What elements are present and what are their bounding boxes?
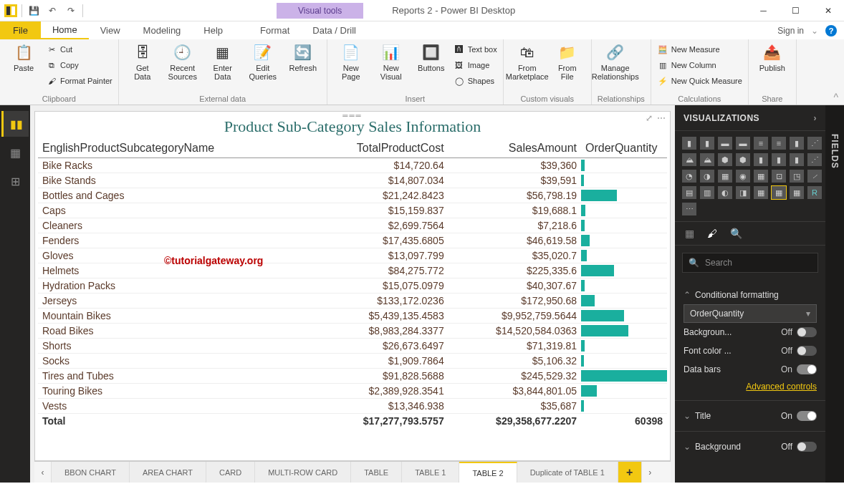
- table-row[interactable]: Tires and Tubes$91,828.5688$245,529.32: [38, 369, 667, 384]
- col-header[interactable]: SalesAmount: [449, 139, 581, 158]
- viz-type-icon[interactable]: ⟋: [807, 170, 822, 183]
- new-quick-measure-button[interactable]: ⚡New Quick Measure: [657, 74, 742, 88]
- page-tab[interactable]: TABLE: [351, 462, 402, 483]
- help-icon[interactable]: ?: [825, 25, 837, 37]
- toggle[interactable]: [797, 346, 817, 356]
- col-header[interactable]: EnglishProductSubcategoryName: [38, 139, 306, 158]
- manage-relationships-button[interactable]: 🔗Manage Relationships: [598, 42, 633, 81]
- file-menu[interactable]: File: [0, 21, 41, 39]
- maximize-button[interactable]: ☐: [780, 0, 812, 21]
- shapes-button[interactable]: ◯Shapes: [454, 74, 497, 88]
- from-marketplace-button[interactable]: 🛍From Marketplace: [509, 42, 545, 81]
- viz-type-icon[interactable]: ≡: [754, 137, 768, 150]
- redo-icon[interactable]: ↷: [64, 4, 78, 18]
- recent-sources-button[interactable]: 🕘Recent Sources: [165, 42, 201, 81]
- tabs-prev-icon[interactable]: ‹: [34, 462, 52, 483]
- tab-modeling[interactable]: Modeling: [132, 21, 193, 39]
- viz-type-icon[interactable]: ⬢: [736, 153, 750, 166]
- page-tab[interactable]: MULTI-ROW CARD: [255, 462, 351, 483]
- undo-icon[interactable]: ↶: [45, 4, 59, 18]
- viz-type-icon[interactable]: R: [807, 186, 822, 199]
- viz-type-icon[interactable]: ▦: [790, 186, 804, 199]
- copy-button[interactable]: ⧉Copy: [46, 58, 112, 72]
- viz-type-icon[interactable]: ▦: [718, 170, 732, 183]
- viz-type-icon[interactable]: ⛰: [700, 153, 714, 166]
- viz-type-icon[interactable]: ◐: [718, 186, 732, 199]
- tabs-next-icon[interactable]: ›: [641, 462, 658, 483]
- more-icon[interactable]: ⋯: [657, 113, 666, 123]
- viz-header[interactable]: VISUALIZATIONS›: [675, 105, 825, 131]
- close-button[interactable]: ✕: [812, 0, 844, 21]
- viz-type-icon[interactable]: ▥: [700, 186, 714, 199]
- toggle[interactable]: [797, 327, 817, 337]
- viz-type-icon[interactable]: ▮: [754, 153, 768, 166]
- nav-report-icon[interactable]: ▮▮: [1, 111, 29, 137]
- new-column-button[interactable]: ▥New Column: [657, 58, 742, 72]
- viz-type-icon[interactable]: ⊡: [772, 170, 786, 183]
- field-dropdown[interactable]: OrderQuantity▾: [684, 304, 817, 323]
- background-toggle[interactable]: [797, 442, 817, 452]
- table-row[interactable]: Mountain Bikes$5,439,135.4583$9,952,759.…: [38, 309, 667, 324]
- toggle[interactable]: [797, 364, 817, 374]
- viz-type-icon[interactable]: ▬: [718, 137, 732, 150]
- table-row[interactable]: Gloves$13,097.799$35,020.7: [38, 248, 667, 263]
- advanced-controls-link[interactable]: Advanced controls: [684, 379, 817, 394]
- viz-type-icon[interactable]: ⋰: [807, 137, 822, 150]
- tab-data-drill[interactable]: Data / Drill: [301, 21, 368, 39]
- buttons-button[interactable]: 🔲Buttons: [413, 42, 449, 72]
- title-section[interactable]: ⌄Title On: [684, 407, 817, 425]
- viz-type-icon[interactable]: ◳: [790, 170, 804, 183]
- nav-data-icon[interactable]: ▦: [1, 140, 29, 165]
- table-row[interactable]: Hydration Packs$15,075.0979$40,307.67: [38, 278, 667, 294]
- table-row[interactable]: Road Bikes$8,983,284.3377$14,520,584.036…: [38, 324, 667, 339]
- save-icon[interactable]: 💾: [27, 4, 41, 18]
- table-row[interactable]: Helmets$84,275.772$225,335.6: [38, 263, 667, 278]
- new-measure-button[interactable]: 🧮New Measure: [657, 42, 742, 57]
- page-tab[interactable]: TABLE 1: [402, 462, 459, 483]
- tab-help[interactable]: Help: [192, 21, 234, 39]
- page-tab[interactable]: TABLE 2: [459, 462, 517, 483]
- pop-out-icon[interactable]: ⤢: [646, 113, 653, 123]
- minimize-button[interactable]: ─: [747, 0, 780, 21]
- viz-type-icon[interactable]: ▦: [772, 186, 786, 199]
- table-row[interactable]: Caps$15,159.837$19,688.1: [38, 203, 667, 218]
- viz-type-icon[interactable]: ▮: [700, 137, 714, 150]
- format-mode-icon[interactable]: 🖌: [707, 228, 717, 239]
- search-input[interactable]: 🔍 Search: [682, 253, 818, 273]
- viz-type-icon[interactable]: ▮: [682, 137, 696, 150]
- refresh-button[interactable]: 🔄Refresh: [285, 42, 321, 72]
- viz-type-icon[interactable]: ▮: [790, 153, 804, 166]
- table-row[interactable]: Bike Racks$14,720.64$39,360: [38, 158, 667, 173]
- page-tab[interactable]: CARD: [206, 462, 255, 483]
- add-page-button[interactable]: +: [618, 462, 641, 483]
- chevron-down-icon[interactable]: ⌄: [811, 26, 818, 36]
- tab-view[interactable]: View: [89, 21, 132, 39]
- publish-button[interactable]: 📤Publish: [754, 42, 790, 72]
- new-visual-button[interactable]: 📊New Visual: [373, 42, 409, 81]
- new-page-button[interactable]: 📄New Page: [333, 42, 369, 81]
- table-row[interactable]: Cleaners$2,699.7564$7,218.6: [38, 218, 667, 233]
- edit-queries-button[interactable]: 📝Edit Queries: [245, 42, 281, 81]
- get-data-button[interactable]: 🗄Get Data: [125, 42, 160, 81]
- cut-button[interactable]: ✂Cut: [46, 42, 112, 57]
- tab-home[interactable]: Home: [41, 21, 89, 39]
- viz-type-icon[interactable]: ◨: [736, 186, 750, 199]
- viz-type-icon[interactable]: ◉: [736, 170, 750, 183]
- analytics-mode-icon[interactable]: 🔍: [730, 228, 742, 239]
- viz-type-icon[interactable]: ▮: [772, 153, 786, 166]
- table-row[interactable]: Bottles and Cages$21,242.8423$56,798.19: [38, 188, 667, 203]
- viz-type-icon[interactable]: ◔: [682, 170, 696, 183]
- viz-type-icon[interactable]: ⛰: [682, 153, 696, 166]
- table-row[interactable]: Fenders$17,435.6805$46,619.58: [38, 233, 667, 248]
- viz-type-icon[interactable]: ⋰: [807, 153, 822, 166]
- viz-type-icon[interactable]: ▦: [754, 170, 768, 183]
- table-row[interactable]: Bike Stands$14,807.034$39,591: [38, 173, 667, 188]
- paste-button[interactable]: 📋 Paste: [6, 42, 42, 72]
- tab-format[interactable]: Format: [249, 21, 301, 39]
- fields-panel-collapsed[interactable]: FIELDS: [825, 105, 844, 483]
- data-table[interactable]: EnglishProductSubcategoryName TotalProdu…: [38, 139, 667, 428]
- enter-data-button[interactable]: ▦Enter Data: [205, 42, 241, 81]
- viz-type-icon[interactable]: ≡: [772, 137, 786, 150]
- title-toggle[interactable]: [797, 411, 817, 421]
- page-tab[interactable]: Duplicate of TABLE 1: [517, 462, 618, 483]
